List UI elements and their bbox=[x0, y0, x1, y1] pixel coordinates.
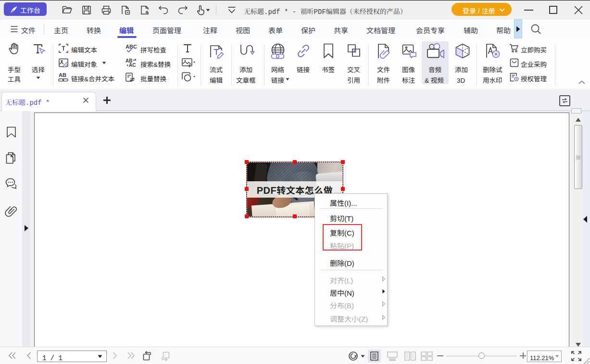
svg-text:AC: AC bbox=[129, 63, 136, 68]
svg-text:AB: AB bbox=[59, 72, 66, 78]
svg-text:ABC: ABC bbox=[126, 44, 137, 50]
